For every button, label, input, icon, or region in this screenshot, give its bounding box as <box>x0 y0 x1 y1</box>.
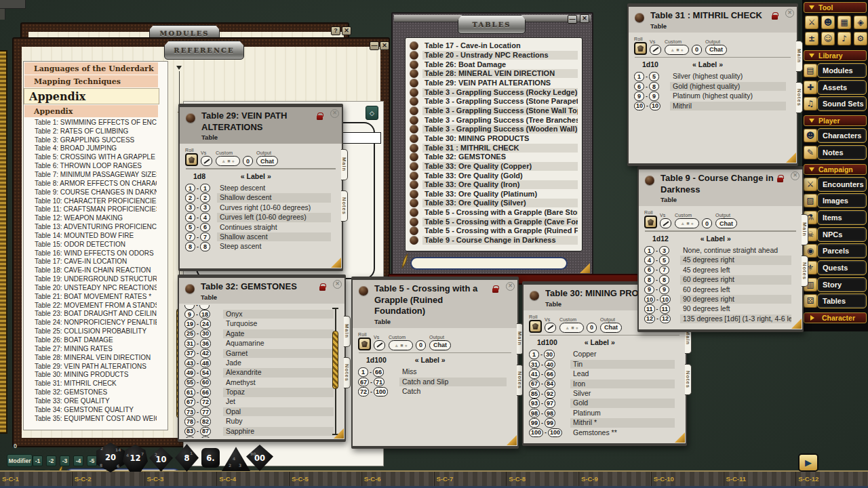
tables-list-item[interactable]: Table 3 - Grappling Success (Tree Branch… <box>406 115 582 125</box>
tab-notes[interactable]: Notes <box>796 82 803 113</box>
die-d12[interactable]: 1247 <box>123 445 148 472</box>
reference-list-item[interactable]: Table 6: THROWN LOOP RANGES <box>24 161 157 170</box>
custom-segment-control[interactable]: ▲■● <box>216 156 240 166</box>
reference-list-item[interactable]: Table 13: ADVENTURING PROFICIENCIES <box>24 222 157 231</box>
chat-output-button[interactable]: Chat <box>600 323 622 333</box>
reference-list-item[interactable]: Table 1: SWIMMING EFFECTS OF ENCUMBRANCE <box>24 118 157 127</box>
table-row[interactable]: 9-9Platinum (highest quality) <box>629 92 797 101</box>
tables-fold-corner[interactable] <box>580 263 590 273</box>
custom-value-box[interactable]: 0 <box>243 156 253 166</box>
reference-list-header[interactable]: Appendix <box>24 105 158 117</box>
table-window-w9[interactable]: Table 9 - Course Change in DarknessTable… <box>637 166 804 332</box>
reference-list-item[interactable]: Table 9: COURSE CHANGES IN DARKNESS <box>24 188 157 197</box>
reference-list-item[interactable]: Table 19: UNDERGROUND STRUCTURE DEFENSIV… <box>24 274 157 283</box>
quick-modifier--4[interactable]: -4 <box>73 455 83 466</box>
table-row[interactable]: 31-40Tin <box>524 359 686 369</box>
tab-main[interactable]: Main <box>802 214 808 245</box>
reference-list-item[interactable]: Table 2: RATES OF CLIMBING <box>24 127 157 136</box>
window-titlebar[interactable]: Table 5 - Crossing with a Grapple (Ruine… <box>353 280 517 328</box>
table-row[interactable]: 11-1190 degrees left <box>639 304 802 314</box>
reference-list-item[interactable]: Table 29: VEIN PATH ALTERATIONS <box>24 362 157 371</box>
table-row[interactable]: 43-48Jade <box>179 358 344 367</box>
tables-list-item[interactable]: Table 28: MINERAL VEIN DIRECTION <box>406 69 582 79</box>
tables-list-item[interactable]: Table 32: GEMSTONES <box>406 152 582 162</box>
reference-list-item[interactable]: Table 33: ORE QUALITY <box>24 396 157 405</box>
table-row[interactable]: 99-99Mithril * <box>524 418 686 428</box>
reference-list-item[interactable]: Table 14: MOUNTED BOW FIRE <box>24 231 157 240</box>
vs-button[interactable] <box>650 45 661 55</box>
table-row[interactable]: 6-745 degrees left <box>639 265 802 274</box>
sidebar-section-tool[interactable]: Tool <box>804 2 867 13</box>
table-row[interactable]: 12-12135 degrees [1d6] (1-3 right, 4-6 l… <box>639 314 802 323</box>
tables-list-item[interactable]: Table 3 - Grappling Success (Wooden Wall… <box>406 125 582 134</box>
close-icon[interactable]: ✕ <box>506 282 515 291</box>
roll-dice-button[interactable] <box>529 320 542 333</box>
tables-list-item[interactable]: Table 30: MINING PRODUCTS <box>406 134 582 144</box>
tab-notes[interactable]: Notes <box>685 364 692 395</box>
tables-list-item[interactable]: Table 3 - Grappling Success (Stone Wall … <box>406 106 582 116</box>
reference-list-item[interactable]: Table 35: EQUIPMENT COST AND WEIGHT <box>24 414 157 423</box>
tables-list-item[interactable]: Table 17 - Cave-in Location <box>406 41 582 51</box>
quick-modifier--2[interactable]: -2 <box>46 455 56 466</box>
table-row[interactable]: 67-71Catch and Slip <box>353 377 517 386</box>
custom-segment-control[interactable]: ▲■● <box>559 323 584 333</box>
tab-main[interactable]: Main <box>796 41 803 72</box>
reference-close-button[interactable]: ✕ <box>380 41 389 50</box>
table-row[interactable]: 88-92Diamond <box>179 436 344 438</box>
window-titlebar[interactable]: Table 29: VEIN PATH ALTERATIONSTable✕ <box>180 107 342 144</box>
tables-list-item[interactable]: Table 33: Ore Quality (Iron) <box>406 180 582 190</box>
sidebar-notes-button[interactable]: Notes <box>817 145 867 160</box>
table-row[interactable]: 41-66Lead <box>524 369 686 379</box>
table-row[interactable]: 31-36Aquamarine <box>179 339 344 348</box>
modifier-box[interactable]: Modifier <box>7 454 33 467</box>
tables-list-item[interactable]: Table 9 - Course Change in Darkness <box>406 236 582 245</box>
tool-music-note-button[interactable]: ♪ <box>837 31 852 46</box>
tab-main[interactable]: Main <box>344 316 351 347</box>
table-row[interactable]: 2-2Shallow descent <box>180 193 342 203</box>
table-row[interactable]: 49-54Alexandrite <box>179 368 344 378</box>
reference-list-item[interactable]: Table 20: UNSTEADY NPC REACTIONS <box>24 283 157 292</box>
sidebar-assets-icon[interactable]: ✚ <box>803 80 818 95</box>
table-row[interactable]: 37-42Garnet <box>179 348 344 358</box>
roll-dice-button[interactable] <box>644 216 657 228</box>
table-row[interactable]: 93-97Gold <box>524 399 686 408</box>
reference-list-item[interactable]: Table 16: WIND EFFECTS ON ODORS <box>24 249 157 258</box>
reference-list-item[interactable]: Table 12: WEAPON MAKING <box>24 214 157 222</box>
tables-list-item[interactable]: Table 5 - Crossing with a Grapple (Cave … <box>406 217 582 226</box>
table-row[interactable]: 100-100Gemstones ** <box>524 428 686 437</box>
sidebar-characters-button[interactable]: Characters <box>817 128 867 143</box>
chat-output-button[interactable]: Chat <box>705 45 727 55</box>
sidebar-sound-sets-button[interactable]: Sound Sets <box>817 96 867 111</box>
table-window-w5[interactable]: Table 5 - Crossing with a Grapple (Ruine… <box>351 277 519 449</box>
sidebar-sound-sets-icon[interactable]: ♫ <box>803 96 818 111</box>
tables-close-button[interactable]: ✕ <box>580 14 589 23</box>
reference-list-item[interactable]: Table 18: CAVE-IN CHAIN REACTION <box>24 266 157 274</box>
fold-corner[interactable] <box>331 258 341 268</box>
window-titlebar[interactable]: Table 9 - Course Change in DarknessTable… <box>639 169 802 206</box>
custom-value-box[interactable]: 0 <box>587 323 597 333</box>
table-row[interactable]: 1-30Copper <box>524 350 686 359</box>
reference-list-item[interactable]: Table 15: ODOR DETECTION <box>24 240 157 249</box>
close-icon[interactable]: ✕ <box>333 280 342 289</box>
tables-list-item[interactable]: Table 33: Ore Quality (Copper) <box>406 162 582 171</box>
tables-list-item[interactable]: Table 20 - Unstrady NPC Reactions <box>406 51 582 60</box>
sidebar-quests-button[interactable]: Quests <box>817 260 867 275</box>
sidebar-parcels-button[interactable]: Parcels <box>817 243 867 258</box>
reference-list-item[interactable]: Table 23: BOAT DRAUGHT AND CEILINGS <box>24 310 157 319</box>
table-row[interactable]: 67-72Jet <box>179 397 344 407</box>
close-icon[interactable]: ✕ <box>791 171 800 180</box>
quick-modifier--1[interactable]: -1 <box>33 455 43 466</box>
sidebar-characters-icon[interactable]: ☻ <box>803 128 818 143</box>
custom-segment-control[interactable]: ▲■● <box>665 45 689 55</box>
table-row[interactable]: 1-5Silver (highest quality) <box>629 72 797 81</box>
sidebar-notes-icon[interactable]: ✎ <box>803 145 818 160</box>
sidebar-modules-icon[interactable]: ▤ <box>803 63 818 78</box>
fold-corner[interactable] <box>507 435 517 445</box>
sidebar-tables-button[interactable]: Tables <box>817 293 867 308</box>
sidebar-modules-button[interactable]: Modules <box>817 63 867 78</box>
sidebar-section-player[interactable]: Player <box>804 115 867 126</box>
table-row[interactable]: 9-18Onyx <box>179 310 344 319</box>
table-window-w31[interactable]: Table 31 : MITHRIL CHECKTable✕RollVsCust… <box>627 3 798 166</box>
reference-list-item[interactable]: Table 22: MOVEMENT FROM A STANDSTILL POS… <box>24 301 157 310</box>
sidebar-section-library[interactable]: Library <box>804 50 867 61</box>
